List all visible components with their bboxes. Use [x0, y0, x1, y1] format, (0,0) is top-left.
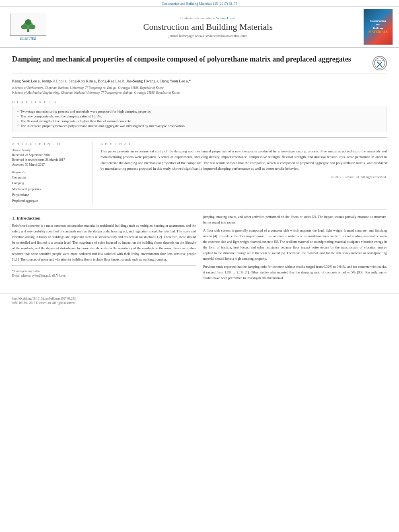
article-title: Damping and mechanical properties of com… [12, 54, 372, 64]
accepted-date: Accepted 30 March 2017 [12, 162, 86, 167]
elsevier-text: ELSEVIER [20, 37, 36, 41]
abstract-label: A B S T R A C T [101, 142, 387, 146]
revised-date: Received in revised form 28 March 2017 [12, 158, 86, 162]
highlight-item-1: • Two-stage manufacturing process and ma… [17, 109, 382, 113]
issn-text: 0950-0618/© 2017 Elsevier Ltd. All right… [12, 301, 76, 305]
journal-citation: Construction and Building Materials 145 … [162, 2, 237, 6]
svg-text:CrossMark: CrossMark [375, 60, 385, 62]
abstract-section: A B S T R A C T This paper presents an e… [101, 142, 387, 204]
left-column: 1. Introduction Reinforced concrete is a… [12, 214, 196, 283]
cover-text: ConstructionandBuildingMATERIALS [368, 19, 388, 35]
intro-paragraph-3: A floor slab system is generally compose… [203, 228, 387, 261]
main-columns: 1. Introduction Reinforced concrete is a… [12, 210, 387, 283]
journal-homepage: journal homepage: www.elsevier.com/locat… [56, 34, 360, 38]
affiliation-b: b School of Mechanical Engineering, Chon… [12, 90, 387, 95]
journal-banner: ELSEVIER Contents lists available at Sci… [0, 6, 399, 47]
history-title: Article history: [12, 148, 86, 152]
svg-point-3 [29, 25, 35, 29]
highlights-box: • Two-stage manufacturing process and ma… [12, 106, 387, 132]
elsevier-logo-image [10, 14, 46, 36]
intro-paragraph-1: Reinforced concrete is a most common con… [12, 223, 196, 262]
keywords-title: Keywords: [12, 170, 86, 174]
elsevier-logo: ELSEVIER [4, 14, 52, 41]
page-footer: http://dx.doi.org/10.1016/j.conbuildmat.… [0, 294, 399, 308]
article-history: Article history: Received 26 September 2… [12, 148, 86, 167]
journal-center: Contents lists available at ScienceDirec… [52, 16, 364, 38]
sciencedirect-link[interactable]: ScienceDirect [216, 16, 236, 20]
authors-line: Kang Seok Lee a, Jeong-Il Choi a, Sang-K… [12, 78, 387, 84]
sciencedirect-line: Contents lists available at ScienceDirec… [56, 16, 360, 20]
corresponding-note: * Corresponding author. E-mail address: … [12, 269, 196, 278]
svg-point-4 [25, 19, 31, 25]
keyword-composite: Composite [12, 175, 86, 181]
crossmark-logo: CrossMark [372, 56, 387, 70]
article-info-label: A R T I C L E I N F O [12, 142, 86, 146]
footer-doi-link: http://dx.doi.org/10.1016/j.conbuildmat.… [12, 296, 76, 306]
highlights-label: H I G H L I G H T S [12, 100, 387, 104]
keyword-preplaced: Preplaced aggregate [12, 198, 86, 204]
svg-point-2 [21, 25, 27, 29]
email-address: E-mail address: bylee@jnu.ac.kr (B.Y. Le… [12, 273, 196, 278]
keyword-polyurethane: Polyurethane [12, 192, 86, 198]
highlight-item-4: • The interfacial property between polyu… [17, 124, 382, 128]
keyword-mechanical: Mechanical properties [12, 187, 86, 192]
doi-url: http://dx.doi.org/10.1016/j.conbuildmat.… [12, 296, 76, 301]
footnote-divider [12, 265, 196, 266]
right-column: jumping, moving chairs, and other activi… [203, 214, 387, 283]
info-abstract-section: A R T I C L E I N F O Article history: R… [12, 137, 387, 204]
article-body: Damping and mechanical properties of com… [0, 48, 399, 290]
corresponding-text: * Corresponding author. [12, 269, 196, 273]
highlight-item-2: • The new composite showed the damping r… [17, 114, 382, 118]
affiliations: a School of Architecture, Chonnam Nation… [12, 86, 387, 95]
intro-paragraph-4: Previous study reported that the damping… [203, 264, 387, 281]
abstract-text: This paper presents an experimental stud… [101, 148, 387, 172]
keyword-damping: Damping [12, 181, 86, 186]
journal-cover: ConstructionandBuildingMATERIALS [364, 9, 393, 45]
copyright: © 2017 Elsevier Ltd. All rights reserved… [101, 175, 387, 179]
article-title-section: Damping and mechanical properties of com… [12, 54, 387, 74]
keywords-section: Keywords: Composite Damping Mechanical p… [12, 170, 86, 204]
page-header: Construction and Building Materials 145 … [0, 0, 399, 48]
introduction-heading: 1. Introduction [12, 216, 196, 220]
journal-top-bar: Construction and Building Materials 145 … [0, 0, 399, 6]
affiliation-a: a School of Architecture, Chonnam Nation… [12, 86, 387, 90]
journal-title: Construction and Building Materials [56, 22, 360, 32]
received-date: Received 26 September 2016 [12, 153, 86, 158]
intro-paragraph-2: jumping, moving chairs, and other activi… [203, 214, 387, 225]
highlight-item-3: • The flexural strength of the composite… [17, 119, 382, 123]
article-info: A R T I C L E I N F O Article history: R… [12, 142, 93, 204]
